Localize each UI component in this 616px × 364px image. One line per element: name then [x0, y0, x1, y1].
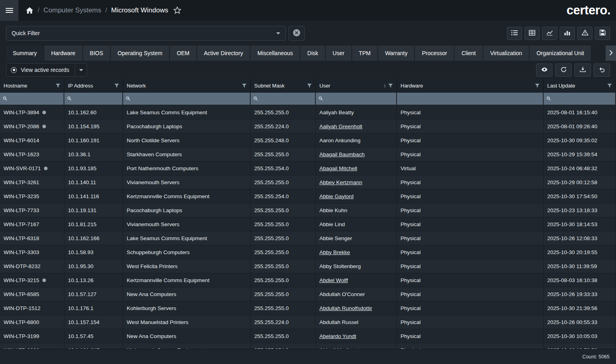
table-row[interactable]: WIN-LTP-321510.1.13.26Kertzmannville Com…: [0, 273, 616, 287]
table-row[interactable]: WIN-LTP-658510.1.57.127New Ana Computers…: [0, 287, 616, 301]
table-row[interactable]: WIN-LTP-202210.1.161.217Kiehnmouth Comms…: [0, 343, 616, 349]
cell-last-update: 2025-10-30 11:39:59: [544, 259, 616, 273]
cell-hardware: Physical: [397, 259, 544, 273]
record-view-select[interactable]: View active records: [6, 63, 87, 77]
tab-summary[interactable]: Summary: [6, 46, 44, 61]
table-row[interactable]: WIN-LTP-208610.1.154.195Pacochaburgh Lap…: [0, 119, 616, 133]
menu-button[interactable]: [0, 0, 18, 21]
tabs-overflow-button[interactable]: [606, 46, 616, 61]
cell-ip-address: 10.1.58.93: [64, 245, 123, 259]
cell-user[interactable]: Abelardo Yundt: [316, 329, 397, 343]
table-row[interactable]: WIN-DTP-823210.1.95.30West Felicita Prin…: [0, 259, 616, 273]
breadcrumb-separator: /: [38, 6, 40, 14]
cell-user: Abbie Kuhn: [316, 203, 397, 217]
search-last-update[interactable]: [544, 93, 615, 105]
cell-hostname: WIN-LTP-6585: [0, 287, 64, 301]
search-user[interactable]: [316, 93, 396, 105]
record-count-value: 5065: [598, 354, 610, 360]
cell-hardware: Virtual: [397, 161, 544, 175]
filter-funnel-icon[interactable]: [242, 84, 247, 88]
column-header-network[interactable]: Network: [123, 79, 251, 92]
table-row[interactable]: WIN-SVR-017110.1.93.185Port Nathenmouth …: [0, 161, 616, 175]
bar-chart-button[interactable]: [560, 27, 575, 40]
undo-button[interactable]: [594, 64, 610, 77]
cell-user[interactable]: Abbie Gaylord: [316, 189, 397, 203]
tab-oem[interactable]: OEM: [170, 46, 196, 61]
quick-filter-select[interactable]: Quick Filter: [6, 26, 286, 41]
tab-bios[interactable]: BIOS: [83, 46, 110, 61]
cell-subnet-mask: 255.255.224.0: [251, 119, 316, 133]
filter-funnel-icon[interactable]: [388, 84, 393, 88]
search-hostname[interactable]: [0, 93, 64, 105]
column-header-hostname[interactable]: Hostname: [0, 79, 64, 92]
column-label: User: [319, 83, 330, 89]
table-row[interactable]: WIN-LTP-716710.1.81.215Vivianemouth Serv…: [0, 217, 616, 231]
cell-hostname: WIN-LTP-1623: [0, 147, 64, 161]
record-view-caret[interactable]: [75, 63, 87, 77]
cell-user[interactable]: Abdiel Wolff: [316, 273, 397, 287]
column-header-user[interactable]: User↑: [316, 79, 397, 92]
alerts-button[interactable]: [577, 27, 592, 40]
tab-organizational-unit[interactable]: Organizational Unit: [530, 46, 591, 61]
visibility-button[interactable]: [536, 64, 552, 77]
home-icon[interactable]: [26, 7, 34, 14]
search-hardware: [397, 93, 543, 105]
cell-last-update: 2025-10-23 13:18:33: [544, 203, 616, 217]
column-header-subnet-mask[interactable]: Subnet Mask: [251, 79, 316, 92]
tab-processor[interactable]: Processor: [415, 46, 454, 61]
column-header-hardware[interactable]: Hardware: [397, 79, 544, 92]
tab-active-directory[interactable]: Active Directory: [197, 46, 250, 61]
cell-user[interactable]: Abagail Mitchell: [316, 161, 397, 175]
filter-funnel-icon[interactable]: [535, 84, 540, 88]
table-row[interactable]: WIN-DTP-151210.1.176.1Kohlerburgh Server…: [0, 301, 616, 315]
refresh-button[interactable]: [555, 64, 572, 77]
tab-warranty[interactable]: Warranty: [378, 46, 414, 61]
table-row[interactable]: WIN-LTP-162310.3.36.1Starkhaven Computer…: [0, 147, 616, 161]
favorite-star-icon[interactable]: [173, 6, 181, 14]
table-row[interactable]: WIN-LTP-389410.1.162.60Lake Seamus Comms…: [0, 105, 616, 119]
column-header-last-update[interactable]: Last Update: [544, 79, 616, 92]
cell-hostname: WIN-DTP-8232: [0, 259, 64, 273]
table-row[interactable]: WIN-LTP-680010.1.157.154West Manuelstad …: [0, 315, 616, 329]
filter-funnel-icon[interactable]: [114, 84, 119, 88]
tab-disk[interactable]: Disk: [301, 46, 325, 61]
cell-ip-address: 10.1.13.26: [64, 273, 123, 287]
filter-funnel-icon[interactable]: [607, 84, 612, 88]
cell-user[interactable]: Abbey Kertzmann: [316, 175, 397, 189]
search-network[interactable]: [123, 93, 250, 105]
tab-miscellaneous[interactable]: Miscellaneous: [251, 46, 300, 61]
clear-filter-button[interactable]: [289, 26, 305, 41]
table-row[interactable]: WIN-LTP-601410.1.160.191North Clotilde S…: [0, 133, 616, 147]
cell-network: Lake Seamus Comms Equipment: [123, 231, 251, 245]
tab-hardware[interactable]: Hardware: [44, 46, 82, 61]
column-header-ip-address[interactable]: IP Address: [64, 79, 123, 92]
export-button[interactable]: [574, 64, 591, 77]
table-row[interactable]: WIN-LTP-330310.1.58.93Schuppeburgh Compu…: [0, 245, 616, 259]
table-row[interactable]: WIN-LTP-631810.1.162.166Lake Seamus Comm…: [0, 231, 616, 245]
cell-user[interactable]: Abdullah Runolfsdottir: [316, 301, 397, 315]
tab-operating-system[interactable]: Operating System: [111, 46, 169, 61]
cell-user[interactable]: Aaliyah Greenholt: [316, 119, 397, 133]
save-view-button[interactable]: [595, 27, 610, 40]
cell-user[interactable]: Abby Brekke: [316, 245, 397, 259]
cell-user[interactable]: Abagail Baumbach: [316, 147, 397, 161]
line-chart-button[interactable]: [542, 27, 557, 40]
list-view-button[interactable]: [507, 27, 522, 40]
table-row[interactable]: WIN-LTP-326110.1.140.11Vivianemouth Serv…: [0, 175, 616, 189]
tab-tpm[interactable]: TPM: [352, 46, 378, 61]
tab-client[interactable]: Client: [455, 46, 482, 61]
tab-user[interactable]: User: [326, 46, 351, 61]
table-body[interactable]: WIN-LTP-389410.1.162.60Lake Seamus Comms…: [0, 105, 616, 349]
table-row[interactable]: WIN-LTP-323510.1.141.116Kertzmannville C…: [0, 189, 616, 203]
cell-user[interactable]: Abigail Medhurst: [316, 343, 397, 349]
filter-funnel-icon[interactable]: [307, 84, 312, 88]
table-row[interactable]: WIN-LTP-319910.1.57.45New Ana Computers2…: [0, 329, 616, 343]
cell-hostname: WIN-LTP-7167: [0, 217, 64, 231]
breadcrumb-section[interactable]: Computer Systems: [44, 6, 102, 14]
tab-virtualization[interactable]: Virtualization: [483, 46, 529, 61]
details-view-button[interactable]: [524, 27, 540, 40]
table-row[interactable]: WIN-LTP-773310.1.19.131Pacochaburgh Lapt…: [0, 203, 616, 217]
search-ip-address[interactable]: [64, 93, 122, 105]
filter-funnel-icon[interactable]: [56, 84, 60, 88]
search-subnet-mask[interactable]: [251, 93, 315, 105]
